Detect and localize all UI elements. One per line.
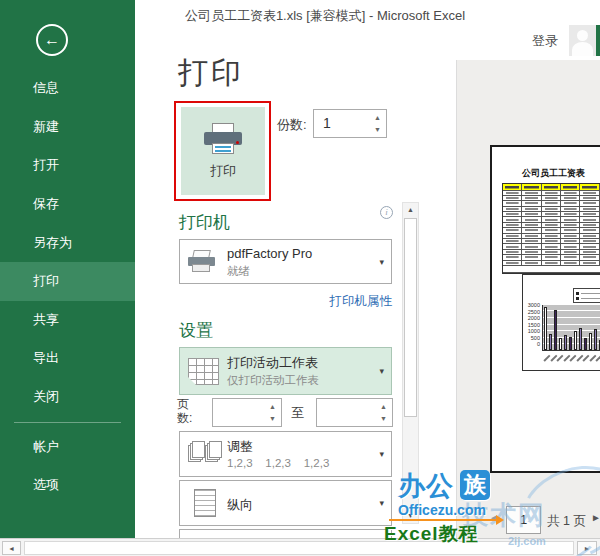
titlebar: 公司员工工资表1.xls [兼容模式] - Microsoft Excel ? … [135, 0, 600, 28]
page-title: 打印 [178, 53, 244, 94]
copies-label: 份数: [277, 116, 307, 134]
sidebar-menu: 信息新建打开保存另存为打印共享导出关闭帐户选项 [0, 69, 135, 505]
page-from-stepper[interactable]: ▲ ▼ [212, 398, 282, 427]
chart-bar [554, 310, 557, 350]
collation-dropdown[interactable]: 调整 1,2,3 1,2,3 1,2,3 ▾ [179, 431, 392, 477]
collate-icon [188, 441, 222, 468]
sign-in-link[interactable]: 登录 [532, 32, 558, 50]
scroll-left-icon[interactable]: ◄ [2, 541, 21, 555]
printer-name: pdfFactory Pro [227, 246, 312, 261]
sidebar-item[interactable]: 导出 [0, 339, 135, 378]
preview-page: 公司员工工资表 工资 300025002000150010005000 [490, 145, 600, 473]
printer-section-heading: 打印机 [179, 211, 230, 234]
spinner-up-icon[interactable]: ▲ [269, 403, 276, 410]
copies-value: 1 [323, 115, 331, 131]
avatar-body-icon [572, 42, 593, 56]
pages-to-label: 至 [291, 404, 304, 422]
chart-bar [549, 334, 552, 350]
current-page-box[interactable]: 1 [506, 506, 541, 534]
print-target-title: 打印活动工作表 [227, 354, 318, 372]
spinner-up-icon[interactable]: ▲ [380, 403, 387, 410]
window-title: 公司员工工资表1.xls [兼容模式] - Microsoft Excel [160, 7, 490, 25]
preview-chart: 工资 300025002000150010005000 [522, 274, 600, 371]
chevron-down-icon: ▾ [379, 257, 384, 267]
chevron-down-icon: ▾ [379, 449, 384, 459]
horizontal-scrollbar[interactable]: ◄ ► [0, 538, 600, 556]
printer-small-icon [188, 250, 215, 273]
scroll-right-icon[interactable]: ► [577, 541, 597, 555]
avatar-head-icon [577, 30, 588, 41]
avatar[interactable] [569, 25, 596, 56]
sidebar-item[interactable]: 另存为 [0, 223, 135, 262]
sidebar-item[interactable]: 帐户 [0, 427, 135, 466]
annotation-red-box [174, 101, 271, 201]
chart-bar [544, 307, 547, 350]
collation-title: 调整 [227, 438, 253, 456]
chart-bar [579, 328, 582, 350]
printer-dropdown[interactable]: pdfFactory Pro 就绪 ▾ [179, 239, 392, 284]
chart-bar [574, 331, 577, 350]
chart-plot-area [542, 305, 600, 351]
chart-bar [559, 338, 562, 350]
chevron-down-icon: ▾ [379, 366, 384, 376]
scrollbar-track[interactable] [24, 541, 574, 555]
chart-y-axis: 300025002000150010005000 [525, 302, 540, 348]
copies-stepper[interactable]: 1 ▲ ▼ [313, 109, 387, 138]
chart-bar [569, 337, 572, 350]
sidebar-item[interactable]: 选项 [0, 466, 135, 505]
printer-status: 就绪 [227, 264, 250, 279]
next-page-icon[interactable]: ► [591, 512, 600, 523]
print-target-subtitle: 仅打印活动工作表 [227, 373, 319, 388]
printer-properties-link[interactable]: 打印机属性 [300, 293, 392, 310]
chart-bar [594, 329, 597, 350]
scroll-down-icon[interactable]: ▼ [403, 509, 418, 523]
scrollbar-thumb[interactable] [404, 218, 417, 417]
print-target-dropdown[interactable]: 打印活动工作表 仅打印活动工作表 ▾ [179, 347, 392, 395]
spinner-down-icon[interactable]: ▼ [380, 415, 387, 422]
worksheet-icon [188, 358, 219, 385]
spinner-up-icon[interactable]: ▲ [374, 114, 381, 121]
orientation-title: 纵向 [227, 496, 253, 514]
info-icon[interactable]: i [380, 206, 393, 219]
portrait-page-icon [194, 489, 216, 517]
sidebar-item[interactable]: 共享 [0, 301, 135, 340]
settings-vertical-scrollbar[interactable]: ▲ ▼ [402, 202, 419, 524]
sidebar-item[interactable]: 新建 [0, 108, 135, 147]
collation-subtitle: 1,2,3 1,2,3 1,2,3 [227, 457, 329, 469]
chart-legend [573, 288, 600, 303]
orientation-dropdown[interactable]: 纵向 ▾ [179, 480, 392, 526]
sidebar-item[interactable]: 保存 [0, 185, 135, 224]
spinner-down-icon[interactable]: ▼ [374, 126, 381, 133]
backstage-sidebar: ← 信息新建打开保存另存为打印共享导出关闭帐户选项 [0, 0, 135, 538]
spinner-down-icon[interactable]: ▼ [269, 415, 276, 422]
pages-label: 页数: [177, 397, 204, 425]
sidebar-item[interactable]: 关闭 [0, 378, 135, 417]
window-edge [596, 25, 600, 56]
chart-x-axis [543, 354, 600, 366]
settings-section-heading: 设置 [179, 319, 213, 342]
chevron-down-icon: ▾ [379, 498, 384, 508]
preview-table [502, 183, 600, 274]
sidebar-divider [14, 422, 121, 423]
back-arrow-icon: ← [44, 31, 60, 48]
sidebar-item[interactable]: 信息 [0, 69, 135, 108]
page-to-stepper[interactable]: ▲ ▼ [316, 398, 393, 427]
chart-bar [564, 335, 567, 350]
back-button[interactable]: ← [36, 24, 68, 56]
chart-bar [589, 333, 592, 350]
sidebar-item[interactable]: 打印 [0, 262, 135, 301]
chart-bar [584, 338, 587, 350]
scroll-up-icon[interactable]: ▲ [403, 203, 418, 217]
preview-sheet-title: 公司员工工资表 [522, 167, 585, 180]
previous-page-icon[interactable]: ◄ [489, 512, 499, 523]
total-pages-label: 共 1 页 [547, 513, 586, 530]
sidebar-item[interactable]: 打开 [0, 146, 135, 185]
table-row [503, 266, 600, 273]
